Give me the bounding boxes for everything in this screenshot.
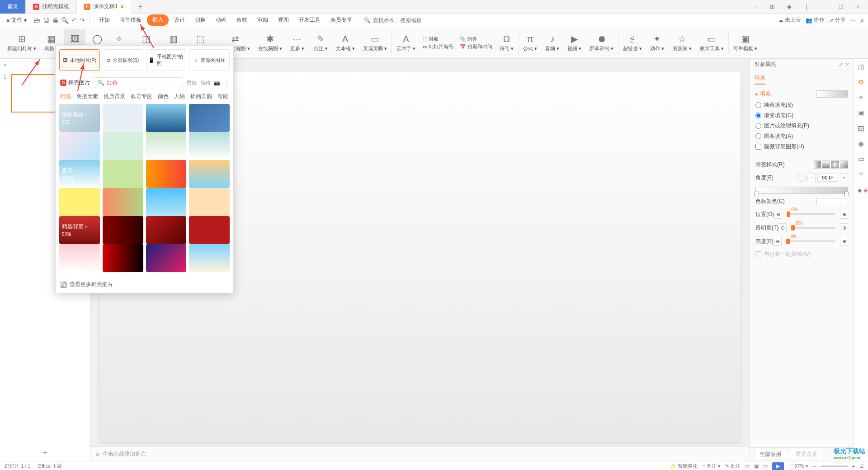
reset-bg-button[interactable]: 重置背景: [791, 449, 822, 460]
share-button[interactable]: ↗ 分享: [829, 16, 846, 24]
ribbon-在线脑图[interactable]: ✱在线脑图 ▾: [255, 29, 286, 56]
menu-hamburger[interactable]: ≡ 文件 ▾: [4, 16, 29, 24]
bright-minus[interactable]: ⊖: [774, 237, 782, 246]
imgopt-资源夹图片[interactable]: ☆资源夹图片: [189, 49, 230, 71]
ribbon-文本框[interactable]: A文本框 ▾: [332, 29, 359, 56]
zoom-in-icon[interactable]: +: [852, 464, 855, 469]
win-reading-icon[interactable]: ▭: [749, 0, 761, 13]
imgopt-本地图片(P)[interactable]: 🖼本地图片(P): [59, 49, 100, 71]
ribbon-批注[interactable]: ✎批注 ▾: [310, 29, 331, 56]
rotate-with-shape-checkbox[interactable]: 与形状一起旋转(W): [755, 250, 848, 258]
angle-plus[interactable]: +: [840, 173, 848, 182]
strip-anchor-icon[interactable]: ◉: [857, 139, 866, 148]
img-thumb[interactable]: [189, 244, 230, 272]
win-close-icon[interactable]: ×: [852, 0, 864, 13]
imgcat-教育专区[interactable]: 教育专区: [131, 93, 152, 100]
tab-home[interactable]: 首页: [0, 0, 26, 14]
menu-chevron-icon[interactable]: ∧: [860, 17, 864, 24]
strip-settings-icon[interactable]: ⚙: [857, 78, 866, 87]
image-search[interactable]: 🔍: [94, 77, 183, 88]
ribbon-资源夹[interactable]: ☆资源夹 ▾: [669, 29, 695, 56]
command-search-input[interactable]: [373, 17, 432, 24]
strip-screen-icon[interactable]: ▭: [857, 155, 866, 164]
strip-select-icon[interactable]: ◫: [857, 62, 866, 71]
ribbon-视频[interactable]: ▶视频 ▾: [564, 29, 585, 56]
img-thumb[interactable]: [189, 132, 230, 160]
fill-radio-纯色填充(S)[interactable]: 纯色填充(S): [755, 101, 848, 109]
ribbon-更多[interactable]: ⋯更多 ▾: [287, 29, 308, 56]
menu-tab-放映[interactable]: 放映: [232, 14, 252, 26]
zoom-out-icon[interactable]: −: [813, 464, 816, 469]
menu-tab-设计[interactable]: 设计: [170, 14, 189, 26]
ribbon-艺术字[interactable]: A艺术字 ▾: [393, 29, 419, 56]
menu-tab-切换[interactable]: 切换: [190, 14, 210, 26]
tab-new[interactable]: +: [131, 0, 150, 14]
img-thumb[interactable]: [189, 216, 230, 244]
view-sorter-icon[interactable]: ▦: [754, 463, 759, 469]
apply-all-button[interactable]: 全部应用: [755, 449, 786, 460]
stop-color-picker[interactable]: [816, 198, 848, 205]
notes-bar[interactable]: ≡ 单击此处添加备注: [90, 446, 750, 461]
status-beautify[interactable]: ✨ 智能美化: [670, 463, 698, 470]
menu-tab-开发工具[interactable]: 开发工具: [294, 14, 325, 26]
zoom-value[interactable]: ⬚ 97% ▾: [788, 463, 808, 469]
pos-plus[interactable]: ⊕: [840, 210, 848, 219]
img-thumb[interactable]: [103, 216, 143, 244]
menu-tab-开始[interactable]: 开始: [94, 14, 114, 26]
img-thumb[interactable]: [59, 244, 100, 272]
ribbon-公式[interactable]: π公式 ▾: [519, 29, 541, 56]
imgcat-人物[interactable]: 人物: [174, 93, 185, 100]
view-normal-icon[interactable]: ▭: [745, 463, 750, 469]
win-max-icon[interactable]: □: [835, 0, 847, 13]
img-thumb[interactable]: [189, 104, 230, 132]
img-thumb[interactable]: [59, 188, 100, 216]
img-thumb[interactable]: [146, 216, 187, 244]
props-tab-fill[interactable]: 填充: [755, 74, 765, 85]
menu-tab-视图[interactable]: 视图: [274, 14, 293, 26]
menu-tab-插入[interactable]: 插入: [147, 14, 169, 26]
img-thumb[interactable]: [103, 104, 143, 132]
ribbon-slidenum[interactable]: ▭ 幻灯片编号: [423, 43, 453, 50]
ribbon-教学工具[interactable]: ▭教学工具 ▾: [696, 29, 727, 56]
hide-bg-checkbox[interactable]: 隐藏背景图形(H): [755, 143, 848, 150]
imgcat-免抠元素[interactable]: 免抠元素: [76, 93, 98, 100]
qk-save-icon[interactable]: 🖫: [43, 17, 49, 24]
menu-tab-会员专享[interactable]: 会员专享: [326, 14, 357, 26]
img-thumb[interactable]: [103, 188, 143, 216]
status-comments[interactable]: ✎ 批注: [725, 463, 741, 470]
imgopt-手机图片/拍照[interactable]: 📱手机图片/拍照: [146, 49, 187, 71]
qk-undo-icon[interactable]: ↶: [71, 17, 77, 24]
imgcat-颜色[interactable]: 颜色: [158, 93, 169, 100]
fill-radio-图案填充(A)[interactable]: 图案填充(A): [755, 132, 848, 140]
angle-minus[interactable]: −: [807, 173, 816, 182]
img-section-精选背景[interactable]: 精选背景 ›53张: [59, 216, 100, 244]
qk-open-icon[interactable]: 🗁: [34, 17, 40, 24]
img-section-猜你喜欢[interactable]: 猜你喜欢 ›229: [59, 104, 100, 132]
imgcat-优质背景[interactable]: 优质背景: [104, 93, 125, 100]
pos-minus[interactable]: ⊖: [774, 210, 782, 219]
imgcat-智能[interactable]: 智能: [217, 93, 228, 100]
filter-wallpaper[interactable]: 壁纸: [187, 80, 197, 86]
props-close-icon[interactable]: ×: [846, 61, 849, 68]
image-search-input[interactable]: [107, 80, 179, 86]
view-reading-icon[interactable]: ▭: [763, 463, 768, 469]
tab-presentation[interactable]: P演示文稿1: [77, 0, 131, 14]
ribbon-页眉页脚[interactable]: ▭页眉页脚 ▾: [359, 29, 391, 56]
remove-stop-icon[interactable]: ◆: [863, 187, 868, 193]
view-more-link[interactable]: 🔄 查看更多稻壳图片: [56, 276, 233, 293]
img-thumb[interactable]: [103, 132, 143, 160]
img-thumb[interactable]: [103, 244, 143, 272]
strip-layers-icon[interactable]: ▣: [857, 108, 866, 118]
qk-redo-icon[interactable]: ↷: [80, 17, 85, 24]
tab-template[interactable]: D找稻壳模板: [26, 0, 77, 14]
img-thumb[interactable]: [146, 104, 187, 132]
add-stop-icon[interactable]: ◆: [858, 187, 862, 193]
trans-minus[interactable]: ⊖: [778, 223, 787, 232]
img-thumb[interactable]: [103, 160, 143, 188]
angle-dial-icon[interactable]: [797, 174, 806, 182]
imgcat-精选[interactable]: 精选: [60, 93, 71, 100]
ribbon-datetime[interactable]: 📅 日期和时间: [460, 43, 492, 50]
imgcat-插画美图[interactable]: 插画美图: [190, 93, 212, 100]
strip-image-icon[interactable]: 🖼: [857, 124, 866, 133]
img-thumb[interactable]: [146, 160, 187, 188]
